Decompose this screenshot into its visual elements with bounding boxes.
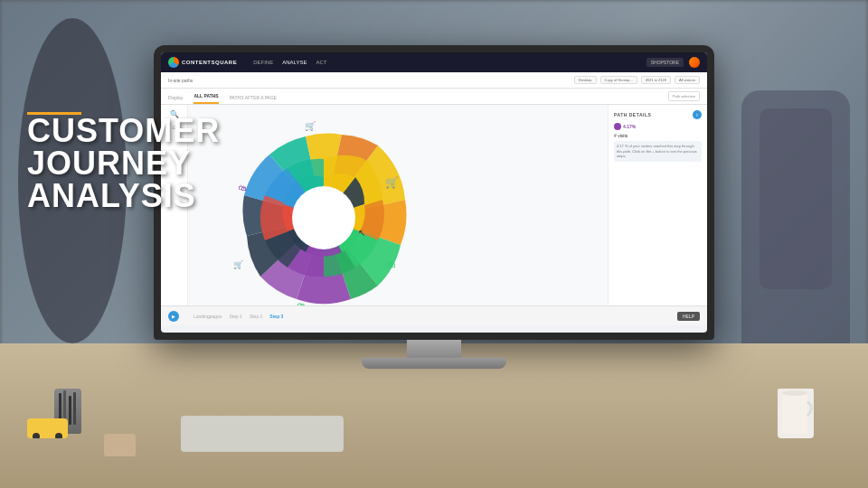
page-label: # visits <box>614 133 702 138</box>
description-text: 4.17 % of your visitors reached this ste… <box>614 141 702 162</box>
cj-text-overlay: CUSTOMER JOURNEY ANALYSIS <box>27 108 220 212</box>
percentage-text: 4.17% <box>623 124 636 129</box>
svg-text:🛒: 🛒 <box>233 259 244 270</box>
app-subheader: In-site paths Desktop Copy of Homep... 2… <box>161 72 707 89</box>
bottom-bar: ▶ Landingpages Step 1 Step 2 Step 3 HELP <box>161 305 707 325</box>
monitor-stand-neck <box>407 340 461 358</box>
customer-text: CUSTOMER <box>27 112 220 149</box>
svg-rect-8 <box>34 423 57 432</box>
filter-desktop[interactable]: Desktop <box>574 76 597 84</box>
app-logo: CONTENTSQUARE <box>168 57 237 68</box>
logo-icon <box>168 57 179 68</box>
sunburst-chart: 🛒 🛍 🛒 🛍 🛒 🛍 ↖ <box>224 118 423 305</box>
app-header: CONTENTSQUARE DEFINE ANALYSE ACT SHOPSTO… <box>161 52 707 72</box>
play-button[interactable]: ▶ <box>168 311 179 322</box>
tab-paths-after-page[interactable]: PATHS AFTER A PAGE <box>230 95 278 104</box>
keyboard <box>181 416 344 452</box>
svg-text:🛍: 🛍 <box>387 259 396 269</box>
logo-text: CONTENTSQUARE <box>182 60 237 65</box>
monitor-screen-border: CONTENTSQUARE DEFINE ANALYSE ACT SHOPSTO… <box>154 45 714 340</box>
info-badge[interactable]: i <box>693 110 702 119</box>
svg-rect-6 <box>73 392 76 425</box>
percentage-badge: 4.17% <box>614 123 636 130</box>
tab-display[interactable]: Display <box>168 95 183 104</box>
right-panel: PATH DETAILS i 4.17% # visits 4.17 % of … <box>608 105 707 305</box>
cj-line1: CUSTOMER <box>27 115 220 147</box>
cj-line3: ANALYSIS <box>27 180 220 212</box>
wrist-watch <box>104 434 136 456</box>
chart-area: 🛒 🛍 🛒 🛍 🛒 🛍 ↖ <box>188 105 608 305</box>
step-labels: Landingpages Step 1 Step 2 Step 3 <box>193 314 283 319</box>
filter-visitors[interactable]: All visitors <box>675 76 700 84</box>
shopstore-button[interactable]: SHOPSTORE <box>646 58 684 67</box>
svg-text:🛒: 🛒 <box>385 175 399 189</box>
step-1[interactable]: Step 1 <box>229 314 241 319</box>
nav-items: DEFINE ANALYSE ACT <box>253 60 326 65</box>
nav-act[interactable]: ACT <box>316 60 326 65</box>
svg-text:🛒: 🛒 <box>305 120 316 132</box>
svg-text:🛍: 🛍 <box>297 301 306 305</box>
svg-rect-2 <box>760 108 832 289</box>
svg-point-13 <box>292 186 355 249</box>
coffee-cup <box>778 389 814 438</box>
step-2[interactable]: Step 2 <box>250 314 262 319</box>
svg-point-12 <box>782 390 807 396</box>
filter-date[interactable]: 2021 to 2120 <box>641 76 671 84</box>
tab-bar: Display ALL PATHS PATHS AFTER A PAGE Pat… <box>161 89 707 105</box>
monitor-stand-base <box>362 358 506 369</box>
monitor-screen: CONTENTSQUARE DEFINE ANALYSE ACT SHOPSTO… <box>161 52 707 333</box>
filter-homepage[interactable]: Copy of Homep... <box>600 76 637 84</box>
analysis-text: ANALYSIS <box>27 177 196 214</box>
svg-text:↖: ↖ <box>358 228 365 238</box>
path-details-header: PATH DETAILS i <box>614 110 702 119</box>
svg-text:🛍: 🛍 <box>239 183 247 192</box>
help-button[interactable]: HELP <box>677 312 700 321</box>
step-3[interactable]: Step 3 <box>269 314 283 319</box>
svg-rect-11 <box>782 393 807 434</box>
monitor: CONTENTSQUARE DEFINE ANALYSE ACT SHOPSTO… <box>154 45 714 369</box>
toy-car <box>27 418 68 438</box>
svg-rect-5 <box>69 396 71 425</box>
journey-text: JOURNEY <box>27 145 191 182</box>
cj-line2: JOURNEY <box>27 147 220 180</box>
main-content: 🔍 ≡ <box>161 105 707 305</box>
user-avatar-icon[interactable] <box>689 57 700 68</box>
path-selection-button[interactable]: Path selection <box>668 91 700 101</box>
nav-right: SHOPSTORE <box>646 57 700 68</box>
breadcrumb: In-site paths <box>168 78 193 83</box>
path-details-title: PATH DETAILS <box>614 112 651 117</box>
percentage-dot <box>614 123 621 130</box>
filter-pills: Desktop Copy of Homep... 2021 to 2120 Al… <box>574 76 700 84</box>
nav-analyse[interactable]: ANALYSE <box>282 60 307 65</box>
step-landing[interactable]: Landingpages <box>193 314 222 319</box>
nav-define[interactable]: DEFINE <box>253 60 273 65</box>
tab-all-paths[interactable]: ALL PATHS <box>193 93 218 104</box>
